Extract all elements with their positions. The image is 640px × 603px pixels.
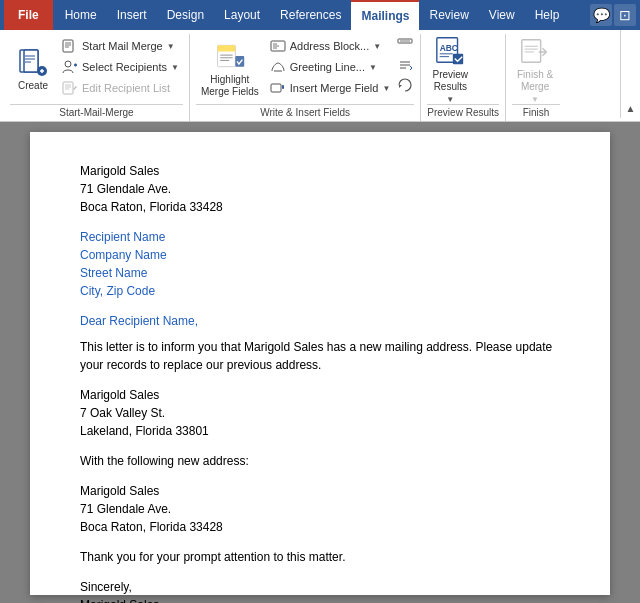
- dear-line: Dear Recipient Name,: [80, 312, 560, 330]
- svg-rect-5: [63, 82, 73, 94]
- edit-recipient-list-icon: [62, 80, 78, 96]
- start-mail-merge-icon: [62, 38, 78, 54]
- group-preview-results-label: Preview Results: [427, 104, 499, 121]
- finish-merge-label: Finish & Merge: [517, 69, 553, 93]
- sincerely-line: Sincerely,: [80, 578, 560, 596]
- address-block-icon: [270, 38, 286, 54]
- preview-results-dropdown: ▼: [446, 95, 454, 104]
- svg-text:ABC: ABC: [440, 43, 458, 53]
- tab-references[interactable]: References: [270, 0, 351, 30]
- tab-review[interactable]: Review: [419, 0, 478, 30]
- old-address-block: Marigold Sales 7 Oak Valley St. Lakeland…: [80, 386, 560, 440]
- select-recipients-icon: [62, 59, 78, 75]
- group-preview-results: ABC Preview Results ▼ Preview Results: [421, 34, 506, 121]
- group-write-insert: Highlight Merge Fields Address Block... …: [190, 34, 421, 121]
- preview-results-label: Preview Results: [433, 69, 469, 93]
- merge-field-recipient-name: Recipient Name: [80, 228, 560, 246]
- match-fields-icon[interactable]: [396, 56, 414, 74]
- sender-name: Marigold Sales: [80, 162, 560, 180]
- sender-city: Boca Raton, Florida 33428: [80, 198, 560, 216]
- greeting-line-button[interactable]: Greeting Line... ▼: [266, 57, 395, 77]
- write-insert-buttons: Address Block... ▼ Greeting Line... ▼: [266, 36, 395, 98]
- select-recipients-dropdown: ▼: [171, 63, 179, 72]
- svg-rect-7: [217, 45, 235, 51]
- group-preview-results-content: ABC Preview Results ▼: [427, 36, 499, 102]
- tab-design[interactable]: Design: [157, 0, 214, 30]
- start-mail-merge-button[interactable]: Start Mail Merge ▼: [58, 36, 183, 56]
- merge-field-company-name: Company Name: [80, 246, 560, 264]
- tab-layout[interactable]: Layout: [214, 0, 270, 30]
- create-icon: [17, 46, 49, 78]
- tab-insert[interactable]: Insert: [107, 0, 157, 30]
- svg-rect-1: [24, 50, 38, 72]
- highlight-merge-fields-button[interactable]: Highlight Merge Fields: [196, 36, 264, 102]
- group-finish-label: Finish: [512, 104, 560, 121]
- address-block-label: Address Block...: [290, 40, 369, 52]
- update-labels-icon[interactable]: [396, 76, 414, 94]
- document-page: Marigold Sales 71 Glendale Ave. Boca Rat…: [30, 132, 610, 595]
- signature-name: Marigold Sales: [80, 596, 560, 603]
- create-label: Create: [18, 80, 48, 92]
- preview-results-icon: ABC: [434, 35, 466, 67]
- edit-recipient-list-button: Edit Recipient List: [58, 78, 183, 98]
- document-area: Marigold Sales 71 Glendale Ave. Boca Rat…: [0, 122, 640, 603]
- thank-you-line: Thank you for your prompt attention to t…: [80, 548, 560, 566]
- old-address-city: Lakeland, Florida 33801: [80, 422, 560, 440]
- svg-rect-10: [271, 84, 281, 92]
- comment-icon[interactable]: 💬: [590, 4, 612, 26]
- group-start-mail-merge-content: Create Start Mail Merge ▼: [10, 36, 183, 102]
- finish-merge-icon: [519, 35, 551, 67]
- merge-fields-block: Recipient Name Company Name Street Name …: [80, 228, 560, 300]
- rules-icon[interactable]: [396, 36, 414, 54]
- start-mail-merge-dropdown: ▼: [167, 42, 175, 51]
- greeting-line-icon: [270, 59, 286, 75]
- insert-merge-field-button[interactable]: Insert Merge Field ▼: [266, 78, 395, 98]
- greeting-line-dropdown: ▼: [369, 63, 377, 72]
- svg-rect-3: [63, 40, 73, 52]
- group-start-mail-merge: Create Start Mail Merge ▼: [4, 34, 190, 121]
- old-address-1: 7 Oak Valley St.: [80, 404, 560, 422]
- tab-help[interactable]: Help: [525, 0, 570, 30]
- collapse-icon: ▲: [626, 103, 636, 114]
- ribbon-content: Create Start Mail Merge ▼: [0, 30, 640, 122]
- insert-merge-field-icon: [270, 80, 286, 96]
- tab-home[interactable]: Home: [55, 0, 107, 30]
- new-address-city: Boca Raton, Florida 33428: [80, 518, 560, 536]
- greeting-line-label: Greeting Line...: [290, 61, 365, 73]
- body-paragraph: This letter is to inform you that Marigo…: [80, 338, 560, 374]
- address-block-button[interactable]: Address Block... ▼: [266, 36, 395, 56]
- new-address-1: 71 Glendale Ave.: [80, 500, 560, 518]
- address-block-dropdown: ▼: [373, 42, 381, 51]
- group-start-mail-merge-label: start-mail-merge: [10, 104, 183, 121]
- preview-results-button[interactable]: ABC Preview Results ▼: [427, 36, 473, 102]
- group-write-insert-content: Highlight Merge Fields Address Block... …: [196, 36, 414, 102]
- collapse-ribbon-button[interactable]: ▲: [620, 30, 640, 118]
- tab-bar: File Home Insert Design Layout Reference…: [0, 0, 640, 30]
- group-finish-content: Finish & Merge ▼: [512, 36, 560, 102]
- insert-merge-field-dropdown: ▼: [382, 84, 390, 93]
- tab-mailings[interactable]: Mailings: [351, 0, 419, 30]
- restore-icon[interactable]: ⊡: [614, 4, 636, 26]
- write-insert-extra: [396, 36, 414, 94]
- tab-view[interactable]: View: [479, 0, 525, 30]
- merge-field-street-name: Street Name: [80, 264, 560, 282]
- window-controls: 💬 ⊡: [590, 4, 636, 26]
- select-recipients-label: Select Recipients: [82, 61, 167, 73]
- old-address-name: Marigold Sales: [80, 386, 560, 404]
- edit-recipient-list-label: Edit Recipient List: [82, 82, 170, 94]
- highlight-merge-fields-label: Highlight Merge Fields: [201, 74, 259, 98]
- sender-address-block: Marigold Sales 71 Glendale Ave. Boca Rat…: [80, 162, 560, 216]
- group-write-insert-label: Write & Insert Fields: [196, 104, 414, 121]
- following-line: With the following new address:: [80, 452, 560, 470]
- group-finish: Finish & Merge ▼ Finish: [506, 34, 566, 121]
- svg-rect-15: [522, 39, 541, 62]
- tab-file[interactable]: File: [4, 0, 53, 30]
- merge-field-city-zip: City, Zip Code: [80, 282, 560, 300]
- finish-merge-button[interactable]: Finish & Merge ▼: [512, 36, 558, 102]
- create-button[interactable]: Create: [10, 36, 56, 102]
- sender-address1: 71 Glendale Ave.: [80, 180, 560, 198]
- highlight-merge-fields-icon: [214, 40, 246, 72]
- insert-merge-field-label: Insert Merge Field: [290, 82, 379, 94]
- select-recipients-button[interactable]: Select Recipients ▼: [58, 57, 183, 77]
- new-address-block: Marigold Sales 71 Glendale Ave. Boca Rat…: [80, 482, 560, 536]
